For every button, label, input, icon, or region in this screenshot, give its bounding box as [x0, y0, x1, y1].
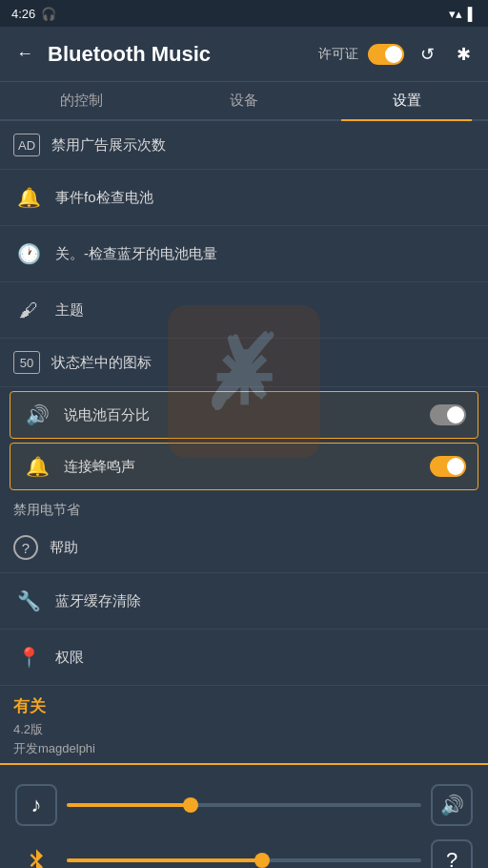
settings-list: AD 禁用广告展示次数 🔔 事件fo检查电池 🕐 关。-检查蓝牙的电池电量 🖌 …: [0, 121, 488, 763]
setting-bt-battery[interactable]: 🕐 关。-检查蓝牙的电池电量: [0, 226, 488, 282]
setting-label-help: 帮助: [50, 539, 475, 557]
setting-bt-cache[interactable]: 🔧 蓝牙缓存清除: [0, 573, 488, 630]
back-button[interactable]: ←: [11, 41, 38, 68]
page-title: Bluetooth Music: [48, 42, 309, 67]
theme-icon: 🖌: [13, 295, 44, 325]
bt-slider-row: ?: [15, 839, 473, 868]
setting-label-bt-battery: 关。-检查蓝牙的电池电量: [55, 245, 475, 263]
setting-battery-check[interactable]: 🔔 事件fo检查电池: [0, 170, 488, 226]
bluetooth-icon-player: [15, 839, 57, 868]
setting-disable-ads[interactable]: AD 禁用广告展示次数: [0, 121, 488, 170]
status-time: 4:26: [11, 7, 35, 21]
toggle-label-connect-beep: 连接蜂鸣声: [64, 458, 430, 476]
header: ← Bluetooth Music 许可证 ↺ ✱: [0, 27, 488, 82]
setting-permissions[interactable]: 📍 权限: [0, 630, 488, 686]
about-developer: 开发magdelphi: [13, 740, 475, 757]
battery-icon: ▌: [468, 7, 477, 21]
wrench-icon: 🔧: [13, 586, 44, 616]
help-icon: ?: [13, 535, 38, 560]
refresh-button[interactable]: ↺: [414, 41, 440, 68]
header-right: 许可证 ↺ ✱: [318, 41, 477, 68]
toggle-row-connect-beep[interactable]: 🔔 连接蜂鸣声: [10, 443, 478, 490]
setting-label-ads: 禁用广告展示次数: [51, 136, 475, 155]
battery-percent-toggle[interactable]: [430, 404, 466, 425]
tabs-bar: 的控制 设备 设置: [0, 82, 488, 121]
setting-label-statusbar: 状态栏中的图标: [51, 354, 475, 372]
toggle-label-battery-percent: 说电池百分比: [64, 406, 430, 424]
clock-icon: 🕐: [13, 238, 44, 269]
status-bar: 4:26 🎧 ▾▴ ▌: [0, 0, 488, 27]
bt-slider-track: [67, 858, 421, 862]
ads-icon: AD: [13, 134, 40, 156]
music-slider-fill: [67, 803, 191, 807]
music-slider-thumb[interactable]: [183, 797, 198, 813]
setting-label-bt-cache: 蓝牙缓存清除: [55, 592, 475, 610]
statusbar-icon: 50: [13, 351, 40, 374]
setting-help[interactable]: ? 帮助: [0, 523, 488, 573]
setting-label-battery-check: 事件fo检查电池: [55, 189, 475, 207]
speaker-icon: 🔊: [22, 400, 52, 430]
permission-toggle[interactable]: [368, 44, 404, 65]
help-circle-button[interactable]: ?: [431, 839, 473, 868]
tab-settings[interactable]: 设置: [325, 82, 488, 119]
tab-device[interactable]: 设备: [163, 82, 326, 119]
tab-control[interactable]: 的控制: [0, 82, 163, 119]
music-slider-track: [67, 803, 421, 807]
wifi-icon: ▾▴: [449, 7, 462, 21]
setting-label-permissions: 权限: [55, 649, 475, 667]
music-slider-container[interactable]: [67, 803, 421, 807]
about-section: 有关 4.2版 开发magdelphi: [0, 686, 488, 763]
about-title: 有关: [13, 695, 475, 717]
section-disable-power-save: 禁用电节省: [0, 494, 488, 523]
bt-slider-fill: [67, 858, 262, 862]
bluetooth-button[interactable]: ✱: [450, 41, 477, 68]
headphone-icon: 🎧: [41, 7, 56, 21]
music-note-icon: ♪: [15, 784, 57, 826]
setting-label-theme: 主题: [55, 301, 475, 320]
setting-theme[interactable]: 🖌 主题: [0, 282, 488, 339]
bell-icon: 🔔: [13, 182, 44, 213]
bt-slider-thumb[interactable]: [254, 853, 270, 868]
toggle-row-battery-percent[interactable]: 🔊 说电池百分比: [10, 391, 478, 439]
player-area: ♪ 🔊 ?: [0, 765, 488, 868]
setting-statusbar[interactable]: 50 状态栏中的图标: [0, 339, 488, 387]
location-icon: 📍: [13, 642, 44, 672]
bell-small-icon: 🔔: [22, 451, 52, 482]
about-version: 4.2版: [13, 721, 475, 738]
volume-button[interactable]: 🔊: [431, 784, 473, 826]
music-slider-row: ♪ 🔊: [15, 784, 473, 826]
permission-label: 许可证: [318, 46, 358, 63]
connect-beep-toggle[interactable]: [430, 456, 466, 477]
bt-slider-container[interactable]: [67, 858, 421, 862]
